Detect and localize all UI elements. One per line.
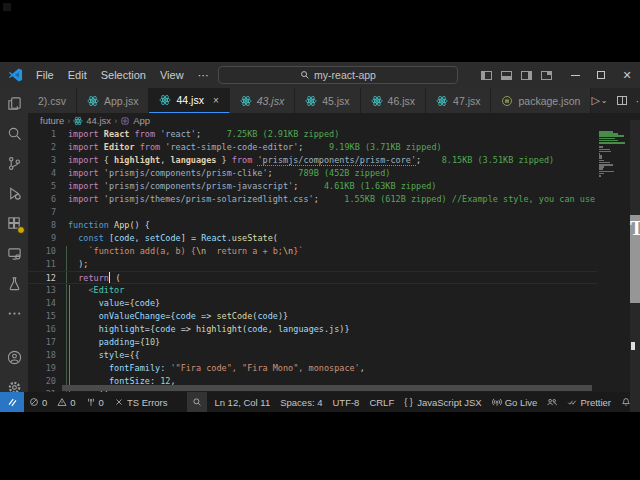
split-editor-icon[interactable] <box>617 96 627 105</box>
minimize-button[interactable] <box>562 62 588 88</box>
minimap[interactable] <box>597 128 628 392</box>
status-ts-errors[interactable]: TS Errors <box>109 392 173 412</box>
activity-search-icon[interactable] <box>0 118 28 148</box>
maximize-button[interactable] <box>588 62 614 88</box>
tab-label: 46.jsx <box>388 95 415 107</box>
minimap-line <box>599 175 601 177</box>
breadcrumb-item-future[interactable]: future <box>40 115 64 126</box>
toggle-secondary-sidebar-icon[interactable] <box>521 71 532 80</box>
activity-explorer-icon[interactable] <box>0 88 28 118</box>
menu-edit[interactable]: Edit <box>61 62 94 88</box>
status-ports[interactable]: 0 <box>81 392 109 412</box>
tab-label: 47.jsx <box>453 95 480 107</box>
status-label: Ln 12, Col 11 <box>214 397 270 408</box>
tower-icon <box>86 397 96 407</box>
tab-package-json[interactable]: package.json <box>491 88 591 113</box>
code-line-4: 4import 'prismjs/components/prism-clike'… <box>28 167 628 180</box>
run-button[interactable]: ▷⌄ <box>591 94 607 107</box>
toggle-sidebar-icon[interactable] <box>481 71 492 80</box>
menu-[interactable]: ⋯ <box>191 62 216 88</box>
code-editor[interactable]: 1import React from 'react'; 7.25KB (2.91… <box>28 128 628 392</box>
status-indentation[interactable]: Spaces: 4 <box>275 392 327 412</box>
breadcrumb[interactable]: future›44.jsx›App <box>28 113 640 128</box>
code-line-6: 6import 'prismjs/themes/prism-solarizedl… <box>28 193 628 206</box>
check-icon <box>567 397 577 407</box>
activity-bar <box>0 88 28 392</box>
tab-2-csv[interactable]: 2).csv <box>28 88 77 113</box>
tab-46-jsx[interactable]: 46.jsx <box>361 88 426 113</box>
tab-44-jsx[interactable]: 44.jsx× <box>149 88 229 113</box>
title-bar: FileEditSelectionView⋯ ← → my-react-app … <box>0 62 640 88</box>
line-number: 1 <box>28 128 56 141</box>
warning-icon <box>57 397 67 407</box>
symbol-icon <box>120 116 130 126</box>
close-tab-icon[interactable]: × <box>213 95 219 106</box>
status-encoding[interactable]: UTF-8 <box>327 392 364 412</box>
line-number: 17 <box>28 336 56 349</box>
status-problems-errors[interactable]: 0 <box>24 392 52 412</box>
line-number: 2 <box>28 141 56 154</box>
react-file-icon <box>305 95 317 107</box>
status-search-marketplace[interactable] <box>187 392 207 412</box>
activity-source-control-icon[interactable] <box>0 148 28 178</box>
status-eol[interactable]: CRLF <box>364 392 399 412</box>
activity-extensions-icon[interactable] <box>0 208 28 238</box>
activity-accounts-icon[interactable] <box>0 342 28 372</box>
broadcast-icon <box>492 397 502 407</box>
menu-file[interactable]: File <box>29 62 61 88</box>
status-cursor-position[interactable]: Ln 12, Col 11 <box>209 392 275 412</box>
tab-label: 44.jsx <box>176 94 203 106</box>
activity-remote-explorer-icon[interactable] <box>0 238 28 268</box>
code-line-19: 19 fontFamily: '"Fira code", "Fira Mono"… <box>28 362 628 375</box>
vscode-window: FileEditSelectionView⋯ ← → my-react-app … <box>0 62 640 412</box>
status-problems-warnings[interactable]: 0 <box>52 392 80 412</box>
line-number: 6 <box>28 193 56 206</box>
tab-App-jsx[interactable]: App.jsx <box>77 88 149 113</box>
breadcrumb-item-44-jsx[interactable]: 44.jsx <box>86 115 111 126</box>
status-live-share[interactable] <box>542 392 562 412</box>
code-line-15: 15 onValueChange={code => setCode(code)} <box>28 310 628 323</box>
status-bar: 000TS Errors Ln 12, Col 11Spaces: 4UTF-8… <box>0 392 640 412</box>
menu-bar: FileEditSelectionView⋯ <box>29 62 216 88</box>
react-icon <box>73 116 83 126</box>
code-line-17: 17 padding={10} <box>28 336 628 349</box>
tab-label: package.json <box>518 95 580 107</box>
command-center-label: my-react-app <box>314 69 376 81</box>
customize-layout-icon[interactable] <box>541 71 552 80</box>
run-dropdown-icon[interactable]: ⌄ <box>601 96 608 105</box>
breadcrumb-item-App[interactable]: App <box>133 115 150 126</box>
status-prettier[interactable]: Prettier <box>562 392 616 412</box>
status-language-mode[interactable]: { }JavaScript JSX <box>399 392 486 412</box>
activity-more-icon[interactable] <box>0 298 28 328</box>
tab-43-jsx[interactable]: 43.jsx <box>230 88 295 113</box>
menu-view[interactable]: View <box>153 62 191 88</box>
remote-indicator[interactable] <box>0 392 24 412</box>
status-label: UTF-8 <box>332 397 359 408</box>
extensions-warning-badge <box>17 226 25 234</box>
code-line-9: 9 const [code, setCode] = React.useState… <box>28 232 628 245</box>
horizontal-scrollbar[interactable] <box>62 385 592 391</box>
status-right-items: Ln 12, Col 11Spaces: 4UTF-8CRLF{ }JavaSc… <box>187 392 640 412</box>
command-center-search[interactable]: my-react-app <box>218 66 458 84</box>
activity-run-debug-icon[interactable] <box>0 178 28 208</box>
breadcrumb-separator: › <box>114 116 117 126</box>
tab-47-jsx[interactable]: 47.jsx <box>426 88 491 113</box>
tab-45-jsx[interactable]: 45.jsx <box>295 88 360 113</box>
status-label: TS Errors <box>127 397 168 408</box>
background-window-text: T <box>630 217 640 240</box>
line-number: 18 <box>28 349 56 362</box>
close-button[interactable]: ✕ <box>614 62 640 88</box>
react-file-icon <box>371 95 383 107</box>
menu-selection[interactable]: Selection <box>94 62 153 88</box>
status-label: 0 <box>99 397 104 408</box>
code-line-12: 12 return ( <box>28 271 628 284</box>
line-number: 13 <box>28 284 56 297</box>
activity-testing-icon[interactable] <box>0 268 28 298</box>
status-left-items: 000TS Errors <box>24 392 173 412</box>
line-number: 19 <box>28 362 56 375</box>
tab-label: 45.jsx <box>322 95 349 107</box>
toggle-panel-icon[interactable] <box>501 71 512 80</box>
status-go-live[interactable]: Go Live <box>487 392 543 412</box>
editor-more-actions-icon[interactable]: ··· <box>636 95 640 107</box>
code-line-18: 18 style={{ <box>28 349 628 362</box>
